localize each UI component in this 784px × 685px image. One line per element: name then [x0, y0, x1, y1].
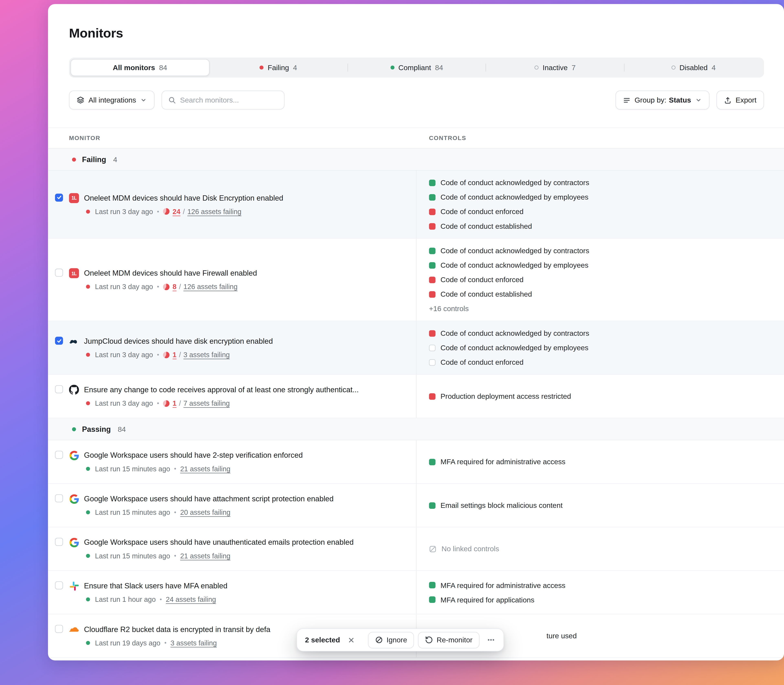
control-status-icon [429, 344, 436, 351]
row-checkbox[interactable] [55, 451, 63, 459]
control-item[interactable]: Code of conduct acknowledged by employee… [429, 260, 774, 271]
slash-separator: / [183, 206, 185, 216]
group-by-button[interactable]: Group by: Status [616, 91, 709, 109]
last-run-label: Last run 15 minutes ago [95, 464, 170, 474]
pie-chart-icon [163, 208, 170, 215]
assets-failing-link[interactable]: 20 assets failing [180, 507, 230, 517]
control-item[interactable]: Code of conduct acknowledged by contract… [429, 328, 774, 339]
control-item[interactable]: Email settings block malicious content [429, 500, 774, 511]
monitor-row[interactable]: Google Workspace users should have attac… [48, 484, 784, 528]
assets-failing-link[interactable]: 3 assets failing [183, 350, 230, 360]
control-status-icon [429, 359, 436, 365]
assets-failing-link[interactable]: 24 assets failing [166, 594, 216, 604]
control-item[interactable]: Code of conduct acknowledged by employee… [429, 192, 774, 203]
group-by-value: Status [669, 96, 691, 104]
monitor-cell: 1LOneleet MDM devices should have Firewa… [48, 239, 417, 321]
tab-label: Disabled [679, 63, 708, 71]
export-button[interactable]: Export [716, 91, 764, 109]
jumpcloud-icon [69, 336, 79, 346]
control-status-icon [429, 276, 436, 283]
control-status-icon [429, 458, 436, 465]
integrations-filter-button[interactable]: All integrations [69, 91, 155, 109]
group-name: Passing [82, 425, 111, 433]
monitor-cell: Google Workspace users should have attac… [48, 484, 417, 527]
monitor-row[interactable]: 1LOneleet MDM devices should have Firewa… [48, 239, 784, 321]
control-item[interactable]: Code of conduct enforced [429, 206, 774, 217]
assets-failing-link[interactable]: 7 assets failing [183, 398, 230, 408]
monitor-row[interactable]: 1LOneleet MDM devices should have Disk E… [48, 170, 784, 239]
monitor-row[interactable]: Google Workspace users should have unaut… [48, 528, 784, 571]
tab-count: 4 [712, 63, 716, 71]
control-item[interactable]: Production deployment access restricted [429, 391, 774, 402]
control-item[interactable]: Code of conduct established [429, 289, 774, 300]
monitor-row[interactable]: Google Workspace users should have 2-ste… [48, 440, 784, 484]
pie-chart-icon [163, 283, 170, 290]
control-label-fragment: ture used [546, 630, 774, 641]
control-label: Code of conduct acknowledged by employee… [441, 260, 588, 271]
tab-compliant[interactable]: Compliant84 [348, 59, 486, 76]
control-item[interactable]: MFA required for applications [429, 594, 774, 605]
control-item[interactable]: Code of conduct acknowledged by contract… [429, 245, 774, 256]
assets-failing-link[interactable]: 3 assets failing [170, 638, 217, 648]
tab-all-monitors[interactable]: All monitors84 [71, 59, 209, 76]
last-run-label: Last run 15 minutes ago [95, 507, 170, 517]
control-status-icon [429, 502, 436, 509]
monitor-meta: Last run 1 hour ago•24 assets failing [84, 594, 227, 604]
assets-failing-link[interactable]: 21 assets failing [180, 464, 230, 474]
controls-cell: No linked controls [416, 528, 784, 570]
search-input[interactable] [180, 96, 278, 104]
control-status-icon [429, 291, 436, 297]
failing-count-link[interactable]: 24 [173, 206, 180, 216]
dot-separator: • [174, 507, 176, 517]
more-actions-button[interactable] [483, 631, 499, 648]
control-item[interactable]: Code of conduct established [429, 221, 774, 232]
row-checkbox[interactable] [55, 538, 63, 546]
slashed-square-icon [429, 545, 437, 553]
background-gradient: Monitors All monitors84Failing4Compliant… [0, 0, 784, 685]
control-item[interactable]: Code of conduct acknowledged by contract… [429, 177, 774, 188]
monitor-title: Google Workspace users should have unaut… [84, 537, 353, 547]
row-checkbox[interactable] [55, 625, 63, 633]
assets-failing-link[interactable]: 126 assets failing [187, 206, 241, 216]
tab-disabled[interactable]: Disabled4 [625, 59, 763, 76]
row-checkbox[interactable] [55, 385, 63, 393]
column-header-monitor: MONITOR [48, 135, 417, 141]
assets-failing-link[interactable]: 126 assets failing [183, 282, 238, 292]
monitor-meta: Last run 3 day ago•24/126 assets failing [84, 206, 283, 216]
assets-failing-link[interactable]: 21 assets failing [180, 551, 230, 561]
monitor-title: JumpCloud devices should have disk encry… [84, 336, 273, 346]
monitor-row[interactable]: Ensure any change to code receives appro… [48, 375, 784, 418]
status-dot-icon [86, 554, 90, 558]
ignore-button[interactable]: Ignore [368, 631, 414, 648]
row-checkbox[interactable] [55, 269, 63, 277]
failing-count-link[interactable]: 1 [173, 398, 177, 408]
slash-separator: / [179, 398, 181, 408]
control-item[interactable]: Code of conduct enforced [429, 274, 774, 285]
monitor-meta: Last run 3 day ago•1/7 assets failing [84, 398, 359, 408]
row-checkbox[interactable] [55, 193, 63, 201]
tab-failing[interactable]: Failing4 [209, 59, 347, 76]
failing-count-link[interactable]: 8 [173, 282, 177, 292]
monitor-row[interactable]: Ensure that Slack users have MFA enabled… [48, 571, 784, 614]
monitor-meta: Last run 15 minutes ago•21 assets failin… [84, 464, 303, 474]
row-checkbox[interactable] [55, 581, 63, 589]
control-item[interactable]: MFA required for administrative access [429, 456, 774, 467]
control-item[interactable]: Code of conduct acknowledged by employee… [429, 342, 774, 353]
more-controls-button[interactable]: +16 controls [429, 303, 774, 314]
status-dot-icon [259, 65, 264, 70]
row-checkbox[interactable] [55, 337, 63, 345]
failing-count-link[interactable]: 1 [173, 350, 177, 360]
pie-chart-icon [163, 400, 170, 406]
monitor-row[interactable]: JumpCloud devices should have disk encry… [48, 321, 784, 375]
page-title: Monitors [69, 25, 764, 42]
control-item[interactable]: MFA required for administrative access [429, 579, 774, 591]
row-checkbox[interactable] [55, 494, 63, 502]
tab-inactive[interactable]: Inactive7 [486, 59, 624, 76]
status-dot-icon [390, 65, 394, 70]
control-item[interactable]: Code of conduct enforced [429, 357, 774, 368]
oneleet-icon: 1L [69, 268, 79, 278]
remonitor-button[interactable]: Re-monitor [418, 631, 479, 648]
clear-selection-button[interactable] [344, 633, 358, 647]
last-run-label: Last run 15 minutes ago [95, 551, 170, 561]
table-body: Failing41LOneleet MDM devices should hav… [48, 149, 784, 658]
